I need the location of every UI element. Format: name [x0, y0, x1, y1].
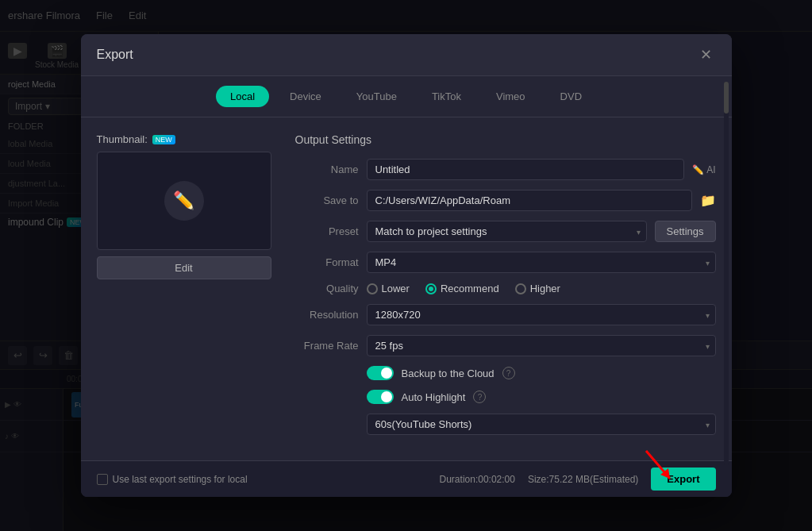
- auto-highlight-row: Auto Highlight ?: [295, 390, 716, 404]
- quality-higher-option[interactable]: Higher: [515, 283, 560, 294]
- quality-lower-option[interactable]: Lower: [367, 283, 410, 294]
- dialog-body: Thumbnail: NEW ✏️ Edit Output Settings N…: [81, 117, 732, 460]
- format-select-wrapper: MP4 ▾: [367, 252, 716, 273]
- resolution-label: Resolution: [295, 309, 359, 321]
- auto-highlight-help[interactable]: ?: [473, 391, 486, 403]
- highlight-duration-select[interactable]: 60s(YouTube Shorts): [367, 414, 716, 435]
- thumbnail-label-text: Thumbnail:: [97, 133, 148, 145]
- frame-rate-row: Frame Rate 25 fps ▾: [295, 335, 716, 356]
- ai-icon: ✏️: [692, 164, 704, 175]
- resolution-select[interactable]: 1280x720: [367, 304, 716, 325]
- name-row: Name ✏️ AI: [295, 159, 716, 180]
- highlight-duration-wrapper: 60s(YouTube Shorts) ▾: [367, 414, 716, 435]
- use-last-settings-checkbox[interactable]: [97, 474, 108, 485]
- dialog-header: Export ✕: [81, 34, 732, 76]
- tab-device[interactable]: Device: [275, 86, 336, 107]
- settings-button[interactable]: Settings: [655, 221, 716, 242]
- quality-recommend-radio: [425, 283, 437, 294]
- backup-cloud-row: Backup to the Cloud ?: [295, 366, 716, 380]
- dialog-title: Export: [97, 48, 133, 62]
- ai-label: AI: [706, 164, 715, 175]
- backup-cloud-help[interactable]: ?: [502, 367, 515, 379]
- quality-radio-group: Lower Recommend Higher: [367, 283, 560, 294]
- format-label: Format: [295, 256, 359, 268]
- thumbnail-new-badge: NEW: [152, 135, 175, 144]
- folder-browse-button[interactable]: 📁: [700, 193, 716, 208]
- save-to-label: Save to: [295, 194, 359, 206]
- quality-lower-label: Lower: [382, 283, 410, 294]
- resolution-row: Resolution 1280x720 ▾: [295, 304, 716, 325]
- quality-recommend-option[interactable]: Recommend: [425, 283, 499, 294]
- quality-higher-radio: [515, 283, 526, 294]
- frame-rate-select[interactable]: 25 fps: [367, 335, 716, 356]
- frame-rate-select-wrapper: 25 fps ▾: [367, 335, 716, 356]
- preset-select[interactable]: Match to project settings: [367, 221, 647, 242]
- resolution-select-wrapper: 1280x720 ▾: [367, 304, 716, 325]
- quality-lower-radio: [367, 283, 378, 294]
- scrollbar-thumb: [724, 82, 729, 114]
- quality-higher-label: Higher: [530, 283, 560, 294]
- thumbnail-icon: ✏️: [164, 181, 204, 221]
- tab-local[interactable]: Local: [216, 86, 269, 107]
- preset-label: Preset: [295, 225, 359, 237]
- format-row: Format MP4 ▾: [295, 252, 716, 273]
- thumbnail-preview: ✏️: [97, 152, 271, 250]
- modal-overlay: Export ✕ Local Device YouTube TikTok Vim…: [0, 0, 812, 531]
- thumbnail-label-row: Thumbnail: NEW: [97, 133, 271, 145]
- close-button[interactable]: ✕: [697, 45, 716, 64]
- format-select[interactable]: MP4: [367, 252, 716, 273]
- save-to-input[interactable]: [367, 190, 692, 211]
- quality-row: Quality Lower Recommend Higher: [295, 283, 716, 294]
- highlight-duration-row: 60s(YouTube Shorts) ▾: [295, 414, 716, 435]
- settings-panel: Output Settings Name ✏️ AI Save to 📁: [295, 133, 716, 444]
- preset-select-wrapper: Match to project settings ▾: [367, 221, 647, 242]
- backup-cloud-toggle[interactable]: [367, 366, 394, 380]
- quality-recommend-label: Recommend: [441, 283, 499, 294]
- dialog-scrollbar[interactable]: [724, 82, 729, 465]
- edit-ai-button[interactable]: ✏️ AI: [692, 164, 715, 175]
- use-last-settings-row: Use last export settings for local: [97, 474, 248, 485]
- name-label: Name: [295, 164, 359, 175]
- thumbnail-panel: Thumbnail: NEW ✏️ Edit: [97, 133, 271, 444]
- tab-tiktok[interactable]: TikTok: [418, 86, 475, 107]
- output-settings-title: Output Settings: [295, 133, 716, 146]
- save-to-row: Save to 📁: [295, 190, 716, 211]
- preset-row: Preset Match to project settings ▾ Setti…: [295, 221, 716, 242]
- use-last-settings-label: Use last export settings for local: [113, 474, 248, 485]
- backup-cloud-label: Backup to the Cloud: [402, 367, 495, 379]
- duration-info: Duration:00:02:00: [440, 474, 515, 485]
- export-dialog: Export ✕ Local Device YouTube TikTok Vim…: [81, 34, 732, 497]
- tab-dvd[interactable]: DVD: [546, 86, 596, 107]
- dialog-bottom-bar: Use last export settings for local Durat…: [81, 460, 732, 497]
- auto-highlight-toggle[interactable]: [367, 390, 394, 404]
- quality-label: Quality: [295, 283, 359, 294]
- edit-thumbnail-button[interactable]: Edit: [97, 256, 271, 279]
- tab-youtube[interactable]: YouTube: [342, 86, 411, 107]
- tab-vimeo[interactable]: Vimeo: [482, 86, 540, 107]
- name-input[interactable]: [367, 159, 685, 180]
- tab-bar: Local Device YouTube TikTok Vimeo DVD: [81, 76, 732, 117]
- frame-rate-label: Frame Rate: [295, 340, 359, 352]
- auto-highlight-label: Auto Highlight: [402, 391, 466, 403]
- export-button[interactable]: Export: [651, 468, 715, 491]
- size-info: Size:75.22 MB(Estimated): [528, 474, 638, 485]
